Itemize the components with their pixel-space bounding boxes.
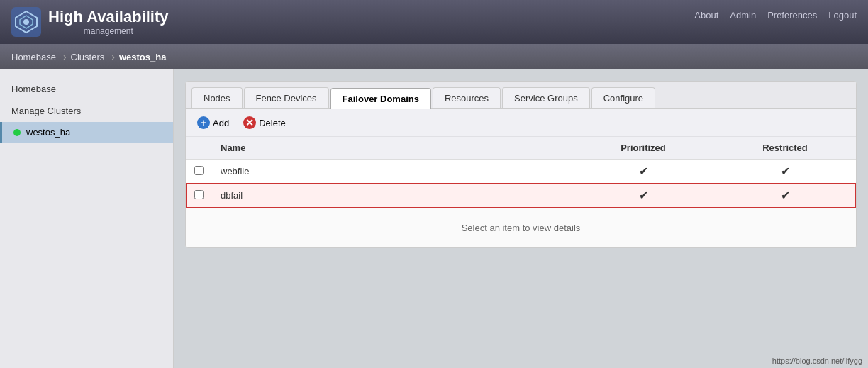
footer-url: https://blog.csdn.net/lifygg bbox=[772, 357, 862, 365]
row-restricted-webfile: ✔ bbox=[714, 160, 856, 184]
app-subtitle: management bbox=[48, 26, 169, 36]
sidebar-item-homebase[interactable]: Homebase bbox=[0, 78, 173, 100]
sidebar-item-manage-clusters[interactable]: Manage Clusters bbox=[0, 100, 173, 122]
tab-resources[interactable]: Resources bbox=[433, 87, 501, 108]
app-name: High Availability bbox=[48, 8, 169, 26]
checkmark-icon: ✔ bbox=[781, 165, 790, 177]
delete-button[interactable]: ✕ Delete bbox=[240, 115, 289, 130]
logout-link[interactable]: Logout bbox=[828, 10, 857, 21]
logo-area: High Availability management bbox=[11, 7, 169, 37]
cluster-name: westos_ha bbox=[26, 127, 70, 138]
cluster-status-dot bbox=[13, 129, 21, 136]
checkmark-icon: ✔ bbox=[781, 189, 790, 201]
add-button[interactable]: + Add bbox=[194, 115, 232, 130]
delete-icon: ✕ bbox=[243, 116, 256, 129]
layout: Homebase Manage Clusters westos_ha Nodes… bbox=[0, 69, 868, 368]
breadcrumb-clusters[interactable]: Clusters bbox=[68, 52, 111, 62]
main-content: Nodes Fence Devices Failover Domains Res… bbox=[174, 69, 868, 368]
header-title: High Availability management bbox=[48, 8, 169, 36]
header: High Availability management About Admin… bbox=[0, 0, 868, 44]
checkmark-icon: ✔ bbox=[639, 189, 648, 201]
col-restricted: Restricted bbox=[714, 137, 856, 160]
row-restricted-dbfail: ✔ bbox=[714, 184, 856, 208]
add-label: Add bbox=[213, 118, 229, 128]
row-name-dbfail: dbfail bbox=[212, 184, 572, 208]
row-name-webfile: webfile bbox=[212, 160, 572, 184]
tab-nodes[interactable]: Nodes bbox=[191, 87, 243, 108]
table-row: dbfail ✔ ✔ bbox=[186, 184, 856, 208]
toolbar: + Add ✕ Delete bbox=[186, 109, 856, 137]
table-row: webfile ✔ ✔ bbox=[186, 160, 856, 184]
tab-configure[interactable]: Configure bbox=[591, 87, 655, 108]
breadcrumb-homebase[interactable]: Homebase bbox=[11, 52, 62, 62]
breadcrumb-current: westos_ha bbox=[116, 52, 172, 62]
row-checkbox-cell bbox=[186, 184, 212, 208]
row-checkbox-dbfail[interactable] bbox=[194, 190, 204, 199]
breadcrumb-sep-2: › bbox=[111, 51, 115, 62]
admin-link[interactable]: Admin bbox=[730, 10, 756, 21]
delete-label: Delete bbox=[259, 118, 286, 128]
breadcrumb-sep-1: › bbox=[63, 51, 67, 62]
breadcrumb: Homebase › Clusters › westos_ha bbox=[0, 44, 868, 69]
tab-fence-devices[interactable]: Fence Devices bbox=[244, 87, 329, 108]
checkmark-icon: ✔ bbox=[639, 165, 648, 177]
tab-service-groups[interactable]: Service Groups bbox=[502, 87, 590, 108]
svg-point-3 bbox=[23, 19, 29, 25]
preferences-link[interactable]: Preferences bbox=[767, 10, 817, 21]
tab-failover-domains[interactable]: Failover Domains bbox=[330, 88, 431, 109]
row-prioritized-webfile: ✔ bbox=[572, 160, 714, 184]
data-table: Name Prioritized Restricted webfile ✔ bbox=[186, 137, 856, 208]
tabs: Nodes Fence Devices Failover Domains Res… bbox=[186, 82, 856, 109]
col-name: Name bbox=[212, 137, 572, 160]
sidebar: Homebase Manage Clusters westos_ha bbox=[0, 69, 174, 368]
add-icon: + bbox=[197, 116, 210, 129]
content-panel: Nodes Fence Devices Failover Domains Res… bbox=[185, 81, 857, 248]
col-prioritized: Prioritized bbox=[572, 137, 714, 160]
logo-icon bbox=[11, 7, 41, 37]
select-item-message: Select an item to view details bbox=[186, 208, 856, 247]
row-checkbox-webfile[interactable] bbox=[194, 166, 204, 175]
header-nav: About Admin Preferences Logout bbox=[694, 10, 857, 21]
table-header-row: Name Prioritized Restricted bbox=[186, 137, 856, 160]
col-checkbox bbox=[186, 137, 212, 160]
row-prioritized-dbfail: ✔ bbox=[572, 184, 714, 208]
sidebar-cluster-item[interactable]: westos_ha bbox=[0, 122, 173, 143]
about-link[interactable]: About bbox=[694, 10, 718, 21]
row-checkbox-cell bbox=[186, 160, 212, 184]
